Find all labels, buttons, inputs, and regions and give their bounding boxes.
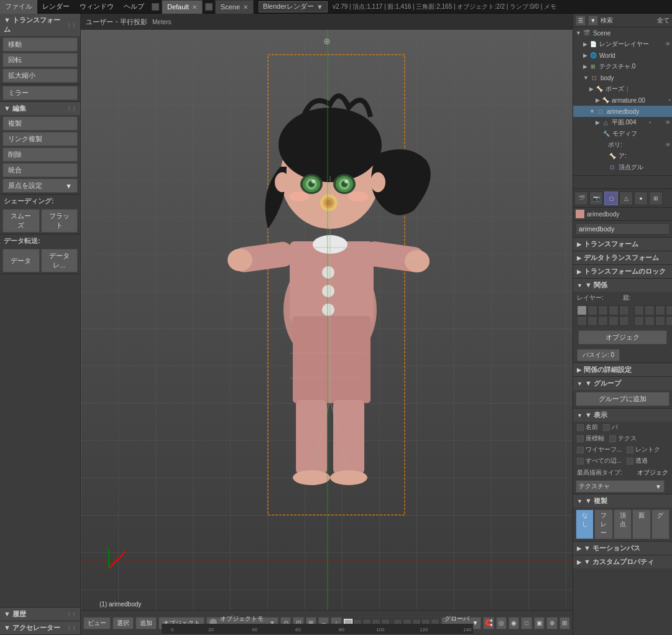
tree-plane004[interactable]: ▶ △ 平面.004 • 👁 xyxy=(573,117,672,128)
relations-detail-header[interactable]: ▶ 間係の詳細設定 xyxy=(573,363,672,376)
transform-header[interactable]: ▼ トランスフォーム ⋮⋮ xyxy=(0,14,80,36)
tree-ar[interactable]: 🦴 ア: xyxy=(573,151,672,162)
menu-help[interactable]: ヘルプ xyxy=(119,0,149,14)
transparent-checkbox[interactable] xyxy=(627,458,633,465)
dup-none-tab[interactable]: なし xyxy=(576,509,594,539)
tree-arimedbody[interactable]: ▼ ◻ arimedbody xyxy=(573,106,672,117)
poly-eye[interactable]: 👁 xyxy=(664,142,672,148)
viewport-pivot-icon[interactable]: ◎ xyxy=(496,617,507,629)
dup-face-tab[interactable]: 面 xyxy=(632,509,650,539)
rotate-button[interactable]: 回転 xyxy=(2,53,78,67)
link-duplicate-button[interactable]: リンク複製 xyxy=(2,132,78,146)
all-edges-check[interactable]: すべての辺... xyxy=(577,457,622,465)
pass-index-btn[interactable]: パスイン: 0 xyxy=(577,349,620,361)
layer-cell2-2[interactable] xyxy=(645,305,655,315)
tree-world[interactable]: ▶ 🌐 World xyxy=(573,50,672,61)
view-menu-button[interactable]: ビュー xyxy=(83,617,111,629)
join-button[interactable]: 統合 xyxy=(2,163,78,177)
plane-eye[interactable]: • xyxy=(648,119,652,126)
prop-icon-object[interactable]: ◻ xyxy=(604,192,618,205)
layer-cell2-1[interactable] xyxy=(634,305,644,315)
tree-vertex-group[interactable]: ⊡ 頂点グル xyxy=(573,162,672,173)
close-tab-default[interactable]: ✕ xyxy=(192,4,197,11)
viewport[interactable]: ユーザー・平行投影 Meters ⊕ xyxy=(81,14,573,635)
flat-button[interactable]: フラット xyxy=(41,209,78,233)
all-edges-checkbox[interactable] xyxy=(577,458,584,465)
display-header[interactable]: ▼ ▼ 表示 xyxy=(573,409,672,422)
lent-checkbox[interactable] xyxy=(627,447,633,453)
groups-header[interactable]: ▼ ▼ グループ xyxy=(573,377,672,390)
menu-window[interactable]: ウィンドウ xyxy=(75,0,119,14)
texture-mode-dropdown[interactable]: テクスチャ ▼ xyxy=(576,480,665,493)
custom-props-header[interactable]: ▶ ▼ カスタムプロパティ xyxy=(573,555,672,568)
layer-cell-2[interactable] xyxy=(587,305,597,315)
dup-vertex-tab[interactable]: 頂点 xyxy=(614,509,632,539)
tree-texture[interactable]: ▶ ⊞ テクスチャ.0 xyxy=(573,61,672,72)
workspace-tab-scene[interactable]: Scene ✕ xyxy=(215,0,254,14)
lent-check[interactable]: レントク xyxy=(627,445,660,454)
dup-frame-tab[interactable]: フレー xyxy=(594,509,612,539)
layer-cell-9[interactable] xyxy=(609,316,619,326)
render-eye[interactable]: 👁 xyxy=(664,41,672,47)
data-button[interactable]: データ xyxy=(2,249,40,272)
outliner-view-icon[interactable]: ☰ xyxy=(576,16,586,25)
prop-icon-data[interactable]: △ xyxy=(619,192,633,205)
layer-cell2-4[interactable] xyxy=(666,305,672,315)
layer-cell2-7[interactable] xyxy=(645,316,655,326)
prop-icon-render[interactable]: 📷 xyxy=(589,192,603,205)
character-view[interactable]: ⊕ xyxy=(81,30,573,610)
duplication-header[interactable]: ▼ ▼ 複製 xyxy=(573,494,672,508)
outliner-filter-icon[interactable]: ▼ xyxy=(588,16,598,25)
tex-check[interactable]: テクス xyxy=(609,434,637,443)
viewport-extra2[interactable]: ▣ xyxy=(534,617,545,629)
name-check[interactable]: 名前 xyxy=(577,423,598,432)
layer-cell-10[interactable] xyxy=(619,316,629,326)
layer-cell-7[interactable] xyxy=(587,316,597,326)
transparent-check[interactable]: 透過 xyxy=(627,457,648,465)
duplicate-button[interactable]: 複製 xyxy=(2,116,78,131)
workspace-tab-default[interactable]: Default ✕ xyxy=(162,0,203,14)
axis-check[interactable]: 座標軸 xyxy=(577,434,604,443)
motion-path-header[interactable]: ▶ ▼ モーションパス xyxy=(573,542,672,555)
delete-button[interactable]: 削除 xyxy=(2,147,78,162)
add-menu-button[interactable]: 追加 xyxy=(136,617,157,629)
edit-header[interactable]: ▼ 編集 ⋮⋮ xyxy=(0,102,80,115)
tree-modif[interactable]: 🔧 モディフ xyxy=(573,128,672,139)
object-name-field[interactable] xyxy=(576,223,670,234)
delta-transform-header[interactable]: ▶ デルタトランスフォーム xyxy=(573,251,672,264)
tree-poly[interactable]: ポリ: 👁 xyxy=(573,139,672,151)
menu-render[interactable]: レンダー xyxy=(37,0,75,14)
tex-checkbox[interactable] xyxy=(609,435,616,442)
tree-scene[interactable]: ▼ 🎬 Scene xyxy=(573,27,672,39)
tree-pose[interactable]: ▶ 🦴 ポーズ | xyxy=(573,83,672,95)
layer-cell-4[interactable] xyxy=(609,305,619,315)
add-to-group-btn[interactable]: グループに追加 xyxy=(576,392,670,406)
layer-cell-8[interactable] xyxy=(598,316,608,326)
origin-button[interactable]: 原点を設定 ▼ xyxy=(2,178,78,193)
wire-check[interactable]: ワイヤーフ... xyxy=(577,445,622,454)
accel-header[interactable]: ▼ アクセレーター ⋮⋮ xyxy=(0,621,80,634)
ba-check[interactable]: バ xyxy=(603,423,618,432)
layer-cell2-9[interactable] xyxy=(666,316,672,326)
scale-button[interactable]: 拡大縮小 xyxy=(2,68,78,83)
name-checkbox[interactable] xyxy=(577,424,584,431)
viewport-extra4[interactable]: ⊞ xyxy=(559,617,570,629)
menu-file[interactable]: ファイル xyxy=(0,0,37,14)
tree-armature[interactable]: ▶ 🦴 armature.00 • xyxy=(573,95,672,106)
dup-extra-tab[interactable]: グ xyxy=(651,509,670,539)
layer-cell2-8[interactable] xyxy=(655,316,665,326)
ba-checkbox[interactable] xyxy=(603,424,610,431)
armature-eye[interactable]: • xyxy=(668,97,672,103)
wire-checkbox[interactable] xyxy=(577,447,584,453)
history-header[interactable]: ▼ 履歴 ⋮⋮ xyxy=(0,608,80,621)
viewport-extra1[interactable]: □ xyxy=(521,617,532,629)
mirror-button[interactable]: ミラー xyxy=(2,86,78,100)
prop-icon-material[interactable]: ● xyxy=(634,192,648,205)
tree-body[interactable]: ▼ ◻ body xyxy=(573,72,672,83)
viewport-proportional-icon[interactable]: ◉ xyxy=(509,617,519,629)
close-tab-scene[interactable]: ✕ xyxy=(243,4,248,11)
prop-icon-scene[interactable]: 🎬 xyxy=(574,192,588,205)
data-le-button[interactable]: データレ... xyxy=(41,249,78,272)
viewport-extra3[interactable]: ⊕ xyxy=(546,617,557,629)
layer-cell-6[interactable] xyxy=(577,316,587,326)
